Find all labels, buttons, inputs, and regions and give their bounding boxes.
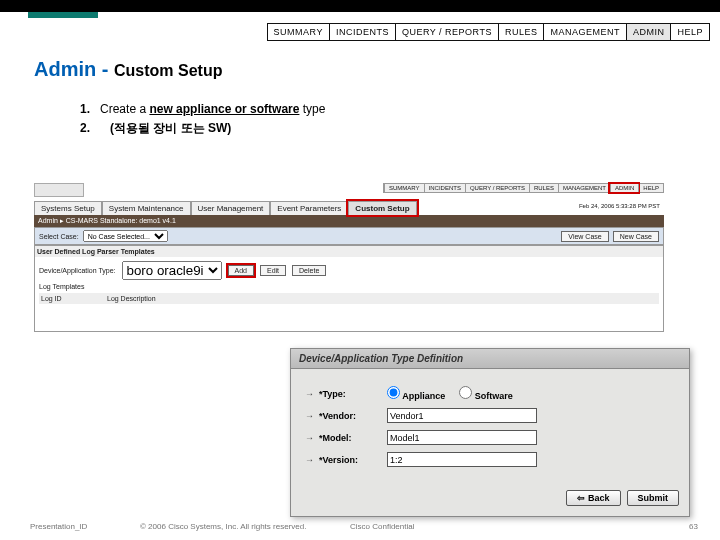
view-case-button[interactable]: View Case bbox=[561, 231, 608, 242]
vendor-field[interactable] bbox=[387, 408, 537, 423]
model-field[interactable] bbox=[387, 430, 537, 445]
embed-nav: SUMMARY INCIDENTS QUERY / REPORTS RULES … bbox=[383, 183, 664, 193]
nav-rules[interactable]: RULES bbox=[498, 24, 544, 40]
arrow-icon: → bbox=[305, 389, 319, 399]
screenshot-embed: SUMMARY INCIDENTS QUERY / REPORTS RULES … bbox=[34, 183, 664, 332]
edit-button[interactable]: Edit bbox=[260, 265, 286, 276]
custom-setup-tab: Custom Setup bbox=[348, 201, 416, 215]
back-button[interactable]: ⇦Back bbox=[566, 490, 621, 506]
embed-admin-tab: ADMIN bbox=[610, 184, 638, 192]
case-select[interactable]: No Case Selected... bbox=[83, 230, 168, 242]
type-appliance-radio[interactable]: Appliance bbox=[387, 386, 445, 401]
nav-incidents[interactable]: INCIDENTS bbox=[329, 24, 395, 40]
arrow-icon: → bbox=[305, 455, 319, 465]
type-software-radio[interactable]: Software bbox=[459, 386, 513, 401]
type-definition-dialog: Device/Application Type Definition → *Ty… bbox=[290, 348, 690, 517]
add-button[interactable]: Add bbox=[228, 265, 254, 276]
arrow-icon: → bbox=[305, 433, 319, 443]
slide-footer: Presentation_ID © 2006 Cisco Systems, In… bbox=[30, 522, 698, 531]
delete-button[interactable]: Delete bbox=[292, 265, 326, 276]
dialog-title: Device/Application Type Definition bbox=[291, 349, 689, 369]
submit-button[interactable]: Submit bbox=[627, 490, 680, 506]
arrow-icon: → bbox=[305, 411, 319, 421]
main-nav: SUMMARY INCIDENTS QUERY / REPORTS RULES … bbox=[267, 23, 710, 41]
nav-admin[interactable]: ADMIN bbox=[626, 24, 671, 40]
back-arrow-icon: ⇦ bbox=[577, 493, 585, 503]
nav-query[interactable]: QUERY / REPORTS bbox=[395, 24, 498, 40]
version-field[interactable] bbox=[387, 452, 537, 467]
new-case-button[interactable]: New Case bbox=[613, 231, 659, 242]
nav-summary[interactable]: SUMMARY bbox=[268, 24, 329, 40]
brand-accent bbox=[28, 12, 98, 18]
nav-management[interactable]: MANAGEMENT bbox=[543, 24, 626, 40]
breadcrumb: Admin ▸ CS-MARS Standalone: demo1 v4.1 bbox=[34, 215, 664, 227]
instruction-list: 1. Create a new appliance or software ty… bbox=[80, 100, 325, 138]
cisco-logo bbox=[34, 183, 84, 197]
device-type-select[interactable]: boro oracle9i bbox=[122, 261, 222, 280]
page-title: Admin - Custom Setup bbox=[34, 58, 222, 81]
nav-help[interactable]: HELP bbox=[670, 24, 709, 40]
